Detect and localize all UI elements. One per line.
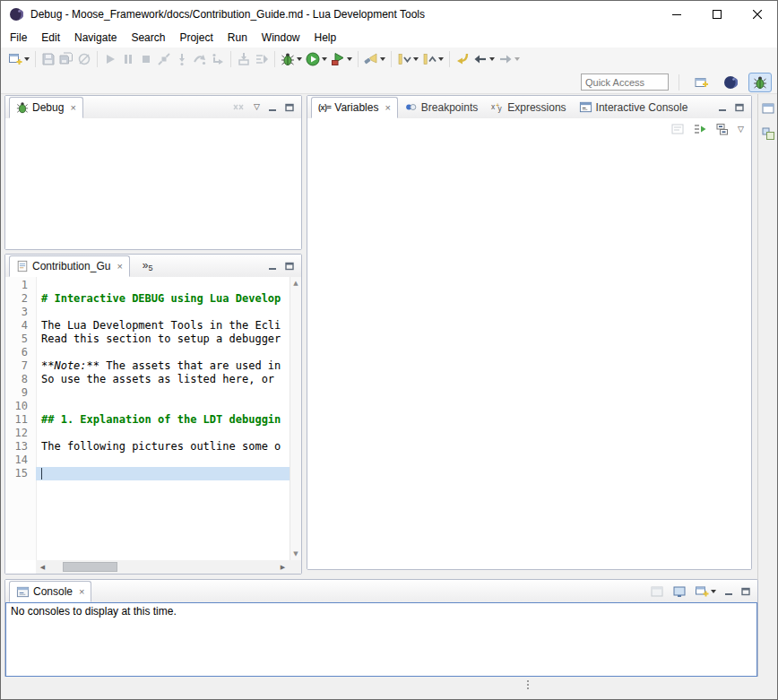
code-text[interactable] xyxy=(36,467,290,480)
minimize-view-button[interactable] xyxy=(724,587,733,596)
collapse-all-button[interactable] xyxy=(715,122,730,136)
step-into-button[interactable] xyxy=(174,50,190,68)
editor-content[interactable]: 1 2# Interactive DEBUG using Lua Develop… xyxy=(5,277,301,574)
tab-console[interactable]: Console × xyxy=(9,581,91,602)
search-button[interactable] xyxy=(363,50,386,68)
editor-line[interactable]: 2# Interactive DEBUG using Lua Develop xyxy=(5,292,290,306)
tab-close-icon[interactable]: × xyxy=(385,103,390,113)
minimized-view-icon-2[interactable] xyxy=(761,126,775,141)
line-number[interactable]: 1 xyxy=(5,279,36,292)
debug-button[interactable] xyxy=(280,50,303,68)
scroll-down-icon[interactable]: ▼ xyxy=(293,548,298,560)
line-number[interactable]: 4 xyxy=(5,319,36,333)
code-text[interactable]: **Note:** The assets that are used in xyxy=(36,359,290,373)
tab-contribution-guide[interactable]: Contribution_Gu × xyxy=(9,255,130,277)
minimize-view-button[interactable] xyxy=(268,262,277,271)
menu-edit[interactable]: Edit xyxy=(34,29,67,47)
code-text[interactable] xyxy=(36,346,290,359)
scroll-up-icon[interactable]: ▲ xyxy=(293,277,298,290)
tab-expressions[interactable]: x+y Expressions xyxy=(484,97,572,118)
code-text[interactable] xyxy=(36,454,290,467)
editor-line[interactable]: 3 xyxy=(5,306,290,319)
drop-to-frame-button[interactable] xyxy=(236,50,252,68)
minimize-view-button[interactable] xyxy=(718,103,727,112)
code-text[interactable]: So use the assets as listed here, or xyxy=(36,373,290,386)
editor-line[interactable]: 9 xyxy=(5,386,290,400)
new-wizard-dropdown-icon[interactable] xyxy=(24,57,30,61)
code-text[interactable] xyxy=(36,400,290,413)
maximize-view-button[interactable] xyxy=(285,103,294,112)
save-all-button[interactable] xyxy=(58,50,74,68)
tab-close-icon[interactable]: × xyxy=(117,262,122,272)
editor-line[interactable]: 6 xyxy=(5,346,290,359)
display-selected-console-button[interactable] xyxy=(672,584,687,599)
lua-perspective-button[interactable] xyxy=(719,73,742,92)
code-text[interactable] xyxy=(36,306,290,319)
maximize-window-button[interactable] xyxy=(696,1,737,28)
view-menu-icon[interactable]: ▽ xyxy=(254,103,260,111)
line-number[interactable]: 14 xyxy=(5,454,36,467)
line-number[interactable]: 15 xyxy=(5,467,36,480)
debug-perspective-button[interactable] xyxy=(748,73,772,92)
suspend-button[interactable] xyxy=(120,50,136,68)
new-wizard-button[interactable] xyxy=(7,50,30,68)
open-perspective-button[interactable] xyxy=(689,73,713,92)
tab-interactive-console[interactable]: Interactive Console xyxy=(573,97,695,118)
line-number[interactable]: 11 xyxy=(5,413,36,427)
save-button[interactable] xyxy=(40,50,56,68)
back-button[interactable] xyxy=(472,50,496,68)
menu-navigate[interactable]: Navigate xyxy=(67,29,124,47)
menu-search[interactable]: Search xyxy=(124,29,172,47)
editor-line[interactable]: 8So use the assets as listed here, or xyxy=(5,373,290,386)
tab-close-icon[interactable]: × xyxy=(79,587,84,597)
editor-line[interactable]: 12 xyxy=(5,427,290,440)
hidden-editors-chevron[interactable]: » 5 xyxy=(143,260,153,272)
editor-line[interactable]: 13The following pictures outline some o xyxy=(5,440,290,454)
skip-all-breakpoints-button[interactable] xyxy=(76,50,92,68)
minimized-view-icon-1[interactable] xyxy=(761,101,775,116)
editor-text-area[interactable]: 1 2# Interactive DEBUG using Lua Develop… xyxy=(5,279,290,560)
remove-terminated-launches-button[interactable] xyxy=(231,101,246,114)
open-console-button[interactable] xyxy=(695,584,716,599)
code-text[interactable] xyxy=(36,279,290,292)
line-number[interactable]: 3 xyxy=(5,306,36,319)
editor-line[interactable]: 5Read this section to setup a debugger xyxy=(5,333,290,346)
code-text[interactable]: # Interactive DEBUG using Lua Develop xyxy=(36,292,290,306)
line-number[interactable]: 8 xyxy=(5,373,36,386)
code-text[interactable]: The Lua Development Tools in the Ecli xyxy=(36,319,290,333)
code-text[interactable]: Read this section to setup a debugger xyxy=(36,333,290,346)
run-dropdown-icon[interactable] xyxy=(322,57,327,61)
editor-line[interactable]: 4The Lua Development Tools in the Ecli xyxy=(5,319,290,333)
run-button[interactable] xyxy=(305,50,328,68)
editor-line[interactable]: 11## 1. Explanation of the LDT debuggin xyxy=(5,413,290,427)
resume-button[interactable] xyxy=(102,50,118,68)
step-return-button[interactable] xyxy=(210,50,226,68)
status-bar-drag-handle[interactable] xyxy=(527,680,529,689)
code-text[interactable] xyxy=(36,386,290,400)
external-tools-dropdown-icon[interactable] xyxy=(347,57,352,61)
code-text[interactable]: ## 1. Explanation of the LDT debuggin xyxy=(36,413,290,427)
console-content[interactable]: No consoles to display at this time. xyxy=(5,602,757,677)
line-number[interactable]: 6 xyxy=(5,346,36,359)
scroll-right-icon[interactable]: ▶ xyxy=(276,564,290,571)
line-number[interactable]: 5 xyxy=(5,333,36,346)
menu-file[interactable]: File xyxy=(3,29,34,47)
tab-breakpoints[interactable]: Breakpoints xyxy=(398,97,484,118)
maximize-view-button[interactable] xyxy=(741,587,750,596)
search-dropdown-icon[interactable] xyxy=(380,57,385,61)
scroll-left-icon[interactable]: ◀ xyxy=(36,564,49,571)
forward-button[interactable] xyxy=(497,50,521,68)
line-number[interactable]: 12 xyxy=(5,427,36,440)
horizontal-scrollbar[interactable]: ◀ ▶ xyxy=(36,560,290,574)
minimize-view-button[interactable] xyxy=(268,103,277,112)
editor-current-line[interactable]: 15 xyxy=(5,467,290,480)
show-logical-structures-button[interactable] xyxy=(693,122,707,136)
step-over-button[interactable] xyxy=(192,50,208,68)
forward-dropdown-icon[interactable] xyxy=(514,57,520,61)
line-number[interactable]: 10 xyxy=(5,400,36,413)
tab-variables[interactable]: (x)= Variables × xyxy=(311,97,398,118)
terminate-button[interactable] xyxy=(138,50,154,68)
menu-run[interactable]: Run xyxy=(220,29,255,47)
maximize-view-button[interactable] xyxy=(285,262,294,271)
clear-console-button[interactable] xyxy=(650,584,664,599)
